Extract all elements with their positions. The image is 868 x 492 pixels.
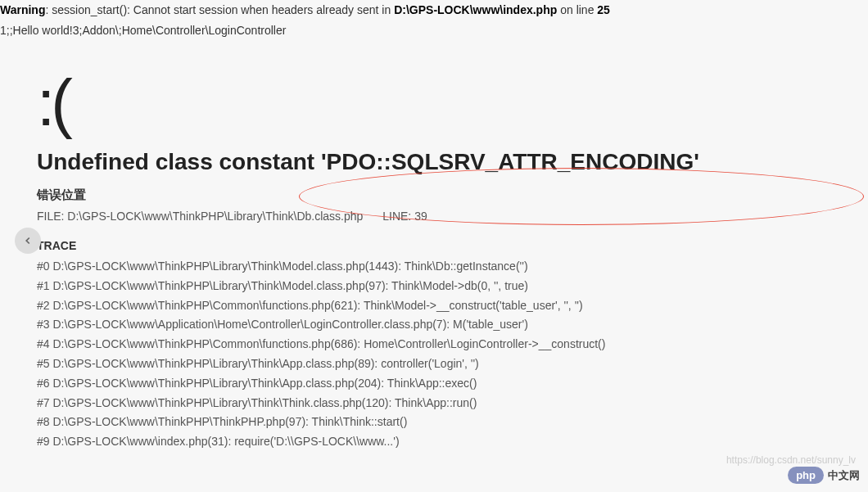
- chevron-left-icon: [22, 235, 34, 246]
- trace-line: #9 D:\GPS-LOCK\www\index.php(31): requir…: [37, 432, 868, 452]
- trace-line: #3 D:\GPS-LOCK\www\Application\Home\Cont…: [37, 315, 868, 335]
- trace-line: #5 D:\GPS-LOCK\www\ThinkPHP\Library\Thin…: [37, 354, 868, 374]
- file-path: FILE: D:\GPS-LOCK\www\ThinkPHP\Library\T…: [37, 210, 363, 223]
- warning-file: D:\GPS-LOCK\www\index.php: [394, 3, 557, 16]
- error-location-label: 错误位置: [37, 187, 868, 203]
- extra-output-line: 1;;Hello world!3;Addon\;Home\Controller\…: [0, 20, 868, 41]
- sad-face-icon: :(: [37, 65, 868, 141]
- trace-line: #2 D:\GPS-LOCK\www\ThinkPHP\Common\funct…: [37, 296, 868, 316]
- trace-line: #4 D:\GPS-LOCK\www\ThinkPHP\Common\funct…: [37, 335, 868, 354]
- warning-line-num: 25: [597, 3, 610, 16]
- trace-label: TRACE: [37, 239, 868, 252]
- watermark-php-badge: php: [788, 467, 824, 484]
- trace-line: #7 D:\GPS-LOCK\www\ThinkPHP\Library\Thin…: [37, 394, 868, 413]
- trace-line: #1 D:\GPS-LOCK\www\ThinkPHP\Library\Thin…: [37, 277, 868, 296]
- file-info: FILE: D:\GPS-LOCK\www\ThinkPHP\Library\T…: [37, 210, 868, 223]
- back-button[interactable]: [15, 228, 41, 254]
- line-number: LINE: 39: [382, 210, 427, 223]
- warning-line-text: on line: [557, 3, 597, 16]
- trace-line: #6 D:\GPS-LOCK\www\ThinkPHP\Library\Thin…: [37, 374, 868, 394]
- watermark: php 中文网: [788, 467, 860, 484]
- error-title: Undefined class constant 'PDO::SQLSRV_AT…: [37, 149, 868, 175]
- warning-label: Warning: [0, 3, 45, 16]
- watermark-text: 中文网: [828, 468, 860, 483]
- trace-line: #8 D:\GPS-LOCK\www\ThinkPHP\ThinkPHP.php…: [37, 413, 868, 432]
- trace-line: #0 D:\GPS-LOCK\www\ThinkPHP\Library\Thin…: [37, 257, 868, 277]
- warning-message: : session_start(): Cannot start session …: [45, 3, 394, 16]
- error-content: :( Undefined class constant 'PDO::SQLSRV…: [0, 65, 868, 452]
- php-warning: Warning: session_start(): Cannot start s…: [0, 0, 868, 20]
- watermark-url: https://blog.csdn.net/sunny_lv: [726, 454, 856, 466]
